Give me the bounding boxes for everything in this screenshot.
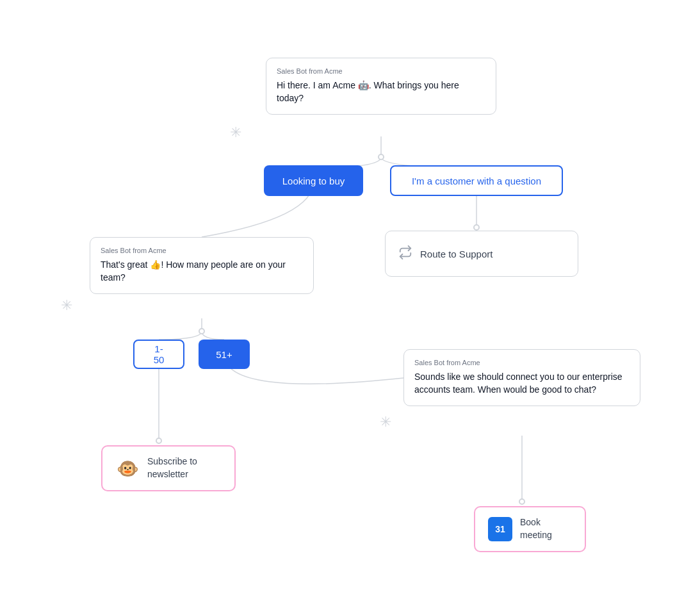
bot-message-text-1: Hi there. I am Acme 🤖. What brings you h… bbox=[277, 79, 485, 105]
bot-message-text-2: That's great 👍! How many people are on y… bbox=[101, 258, 303, 284]
route-to-support-node: Route to Support bbox=[385, 231, 578, 277]
route-to-support-label: Route to Support bbox=[420, 249, 492, 259]
bot-message-2: Sales Bot from Acme That's great 👍! How … bbox=[90, 237, 314, 294]
looking-to-buy-button[interactable]: Looking to buy bbox=[264, 165, 363, 196]
snowflake-icon-2: ✳ bbox=[58, 297, 76, 315]
bot-message-3: Sales Bot from Acme Sounds like we shoul… bbox=[403, 349, 640, 406]
bot-label-1: Sales Bot from Acme bbox=[277, 67, 485, 75]
book-meeting-label: Book meeting bbox=[520, 516, 572, 541]
bot-message-1: Sales Bot from Acme Hi there. I am Acme … bbox=[266, 58, 496, 115]
snowflake-icon-3: ✳ bbox=[377, 413, 395, 431]
route-icon bbox=[398, 245, 412, 263]
customer-question-button[interactable]: I'm a customer with a question bbox=[390, 165, 563, 196]
book-meeting-node: 31 Book meeting bbox=[474, 506, 586, 552]
mailchimp-icon: 🐵 bbox=[115, 456, 140, 480]
team-size-small-button[interactable]: 1-50 bbox=[133, 340, 184, 369]
bot-message-text-3: Sounds like we should connect you to our… bbox=[414, 370, 630, 397]
team-size-large-button[interactable]: 51+ bbox=[199, 340, 250, 369]
subscribe-newsletter-node: 🐵 Subscribe to newsletter bbox=[101, 445, 236, 491]
bot-label-2: Sales Bot from Acme bbox=[101, 247, 303, 254]
bot-label-3: Sales Bot from Acme bbox=[414, 359, 630, 366]
subscribe-label: Subscribe to newsletter bbox=[147, 455, 222, 480]
snowflake-icon-1: ✳ bbox=[227, 124, 245, 142]
google-calendar-icon: 31 bbox=[488, 517, 512, 541]
